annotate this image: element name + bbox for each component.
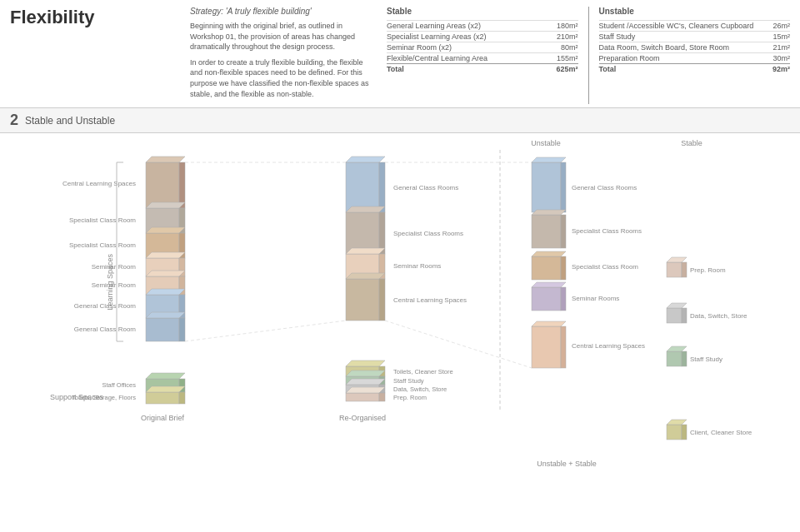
total-label: Total	[387, 65, 545, 73]
table-row: Flexible/Central Learning Area 155m²	[387, 52, 578, 63]
label-reorg-specialist: Specialist Class Rooms	[393, 230, 463, 237]
description2: In order to create a truly flexible buil…	[190, 57, 373, 99]
label-learning-spaces: Learning Spaces	[106, 254, 114, 311]
svg-marker-58	[532, 251, 566, 256]
unstable-central: Central Learning Spaces	[532, 321, 645, 368]
svg-marker-67	[667, 257, 687, 262]
label-unstable-seminar: Seminar Rooms	[572, 295, 619, 302]
label-central-learning: Central Learning Spaces	[62, 180, 136, 187]
svg-marker-4	[146, 202, 185, 208]
unstable-rows: Student /Accessible WC's, Cleaners Cupbo…	[599, 20, 791, 74]
svg-marker-37	[346, 273, 385, 279]
svg-marker-52	[532, 157, 566, 162]
label-reorg-central: Central Learning Spaces	[393, 296, 467, 304]
table-row: Staff Study 15m²	[599, 31, 791, 42]
stable-rows: General Learning Areas (x2) 180m² Specia…	[387, 20, 578, 74]
svg-rect-53	[561, 162, 566, 212]
svg-rect-66	[667, 262, 682, 277]
svg-rect-74	[682, 351, 687, 366]
legend-prep-label: Prep. Room	[690, 266, 726, 274]
col-title-original: Original Brief	[141, 414, 185, 422]
original-support-toilets: Toilets, Storage, Floors	[72, 386, 185, 404]
svg-marker-31	[346, 206, 385, 212]
svg-marker-55	[532, 210, 566, 215]
reorg-specialist: Specialist Class Rooms	[346, 206, 463, 254]
unstable-specialist2: Specialist Class Room	[532, 251, 638, 280]
table-divider	[588, 7, 589, 104]
svg-rect-65	[561, 326, 566, 368]
svg-rect-26	[179, 392, 185, 404]
section-label: Stable and Unstable	[25, 115, 115, 127]
description-area: Strategy: 'A truly flexible building' Be…	[190, 7, 373, 104]
reorg-central: Central Learning Spaces	[346, 273, 467, 321]
page-title: Flexibility	[10, 7, 177, 28]
label-toilets-orig: Toilets, Storage, Floors	[72, 394, 136, 401]
label-unstable-specialist2: Specialist Class Room	[572, 263, 638, 271]
row-label: General Learning Areas (x2)	[387, 22, 545, 30]
table-row: Data Room, Switch Board, Store Room 21m²	[599, 42, 791, 52]
row-label: Student /Accessible WC's, Cleaners Cupbo…	[599, 22, 758, 30]
dotline-bottom-orig-reorg	[185, 321, 346, 341]
dotline-bottom-reorg-unstable	[385, 321, 532, 368]
diagram-svg: Central Learning Spaces Specialist Class…	[0, 133, 800, 508]
row-label: Data Room, Switch Board, Store Room	[599, 43, 758, 52]
unstable-header: Unstable	[599, 7, 791, 17]
table-row: Seminar Room (x2) 80m²	[387, 42, 578, 52]
svg-marker-28	[346, 157, 385, 162]
tables-area: Stable General Learning Areas (x2) 180m²…	[387, 7, 790, 104]
svg-rect-62	[561, 287, 566, 311]
svg-rect-50	[379, 393, 385, 401]
legend-staff-label: Staff Study	[690, 355, 722, 363]
row-value: 80m²	[545, 43, 578, 52]
svg-rect-72	[667, 351, 682, 366]
svg-marker-64	[532, 321, 566, 326]
svg-rect-0	[146, 162, 179, 208]
label-reorg-toilets: Toilets, Cleaner Store	[393, 368, 453, 375]
svg-rect-63	[532, 326, 561, 368]
svg-marker-40	[346, 360, 385, 366]
unstable-table: Unstable Student /Accessible WC's, Clean…	[599, 7, 791, 104]
diagram-area: Central Learning Spaces Specialist Class…	[0, 133, 800, 508]
label-general2: General Class Room	[74, 326, 137, 333]
svg-rect-60	[532, 287, 561, 311]
svg-rect-27	[346, 162, 379, 212]
row-value: 180m²	[545, 22, 578, 30]
table-row-total: Total 625m²	[387, 63, 578, 74]
legend-data: Data, Switch, Store	[667, 303, 748, 323]
svg-rect-20	[179, 318, 185, 341]
row-label: Flexible/Central Learning Area	[387, 54, 545, 62]
svg-marker-73	[667, 346, 687, 351]
top-section: Flexibility Strategy: 'A truly flexible …	[0, 0, 800, 108]
legend-prep: Prep. Room	[667, 257, 726, 277]
label-specialist2: Specialist Class Room	[69, 241, 136, 249]
col-title-unstable-stable: Unstable + Stable	[537, 460, 596, 468]
table-row: Preparation Room 30m²	[599, 52, 791, 63]
svg-marker-25	[146, 386, 185, 392]
svg-marker-61	[532, 282, 566, 287]
strategy-text: Strategy: 'A truly flexible building'	[190, 7, 373, 16]
svg-rect-51	[532, 162, 561, 212]
label-reorg-general: General Class Rooms	[393, 184, 458, 191]
row-label: Specialist Learning Areas (x2)	[387, 32, 545, 41]
svg-rect-29	[379, 162, 385, 212]
legend-staff: Staff Study	[667, 346, 722, 366]
legend-data-label: Data, Switch, Store	[690, 312, 748, 320]
col-title-reorg: Re-Organised	[339, 414, 386, 422]
section-heading: 2 Stable and Unstable	[0, 108, 800, 133]
svg-marker-49	[346, 387, 385, 393]
label-unstable-specialist1: Specialist Class Rooms	[572, 227, 642, 235]
svg-marker-46	[346, 379, 385, 385]
svg-rect-75	[667, 425, 682, 440]
unstable-seminar: Seminar Rooms	[532, 282, 619, 311]
svg-rect-56	[561, 215, 566, 248]
svg-marker-7	[146, 227, 185, 233]
row-label: Seminar Room (x2)	[387, 43, 545, 52]
svg-marker-43	[346, 370, 385, 376]
row-label: Preparation Room	[599, 54, 758, 62]
section-number: 2	[10, 112, 18, 129]
svg-rect-71	[682, 308, 687, 323]
total-label: Total	[599, 65, 758, 73]
original-central-learning: Central Learning Spaces	[62, 157, 185, 208]
row-value: 210m²	[545, 32, 578, 41]
svg-marker-22	[146, 373, 185, 379]
